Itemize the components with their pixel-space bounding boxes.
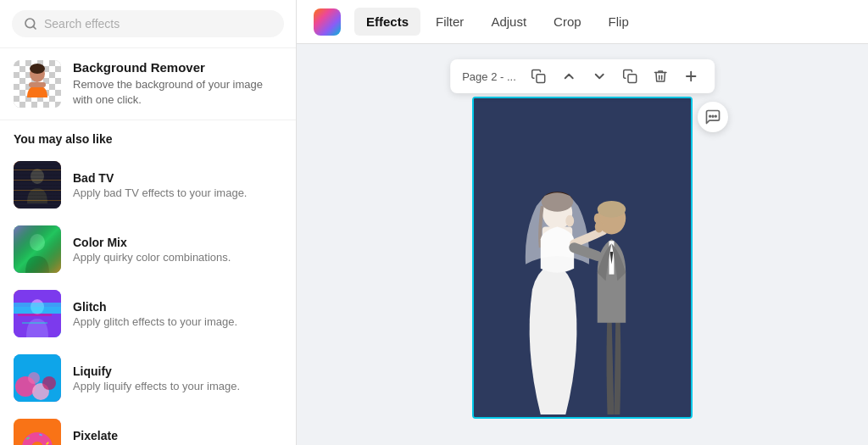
duplicate-icon bbox=[531, 69, 546, 84]
chevron-down-icon bbox=[592, 69, 607, 84]
duplicate-page-button[interactable] bbox=[526, 64, 550, 88]
effect-text-liquify: Liquify Apply liquify effects to your im… bbox=[73, 364, 240, 392]
bg-remover-title: Background Remover bbox=[73, 60, 282, 75]
move-down-button[interactable] bbox=[587, 64, 611, 88]
svg-point-48 bbox=[565, 214, 574, 226]
copy-icon bbox=[622, 69, 637, 84]
effect-item-bad-tv[interactable]: Bad TV Apply bad TV effects to your imag… bbox=[0, 153, 296, 217]
chevron-up-icon bbox=[561, 69, 576, 84]
effect-name-liquify: Liquify bbox=[73, 364, 240, 378]
effect-text-pixelate: Pixelate Give your image a pixelated loo… bbox=[73, 429, 236, 445]
bg-remover-item[interactable]: Background Remover Remove the background… bbox=[0, 48, 296, 120]
effect-name-pixelate: Pixelate bbox=[73, 429, 236, 442]
svg-point-20 bbox=[31, 299, 44, 314]
tab-crop[interactable]: Crop bbox=[542, 8, 593, 36]
copy-button[interactable] bbox=[618, 64, 642, 88]
wedding-background bbox=[474, 98, 691, 417]
effect-thumb-pixelate bbox=[14, 419, 61, 445]
delete-button[interactable] bbox=[648, 64, 672, 88]
effect-desc-glitch: Apply glitch effects to your image. bbox=[73, 315, 237, 328]
app-logo bbox=[314, 8, 341, 36]
effect-text-color-mix: Color Mix Apply quirky color combination… bbox=[73, 236, 231, 264]
page-label: Page 2 - ... bbox=[462, 70, 516, 83]
svg-rect-14 bbox=[14, 190, 61, 191]
effects-list: Bad TV Apply bad TV effects to your imag… bbox=[0, 153, 296, 445]
svg-rect-36 bbox=[537, 75, 545, 83]
svg-rect-23 bbox=[22, 322, 47, 324]
top-nav: Effects Filter Adjust Crop Flip bbox=[297, 0, 868, 44]
tab-flip[interactable]: Flip bbox=[597, 8, 641, 36]
svg-rect-22 bbox=[18, 314, 52, 316]
effect-thumb-liquify bbox=[14, 354, 61, 402]
svg-point-11 bbox=[31, 169, 44, 184]
bg-remover-thumb-svg bbox=[14, 60, 61, 108]
svg-rect-12 bbox=[14, 170, 61, 170]
svg-point-27 bbox=[42, 376, 56, 390]
effect-item-color-mix[interactable]: Color Mix Apply quirky color combination… bbox=[0, 217, 296, 281]
effect-desc-color-mix: Apply quirky color combinations. bbox=[73, 251, 231, 264]
bg-remover-text: Background Remover Remove the background… bbox=[73, 60, 282, 108]
bg-remover-thumbnail bbox=[14, 60, 61, 108]
search-icon bbox=[24, 17, 37, 31]
svg-rect-37 bbox=[628, 75, 637, 83]
effect-name-glitch: Glitch bbox=[73, 300, 237, 314]
svg-rect-13 bbox=[14, 180, 61, 181]
svg-point-52 bbox=[709, 115, 711, 117]
wedding-couple-svg bbox=[474, 98, 691, 417]
effect-text-bad-tv: Bad TV Apply bad TV effects to your imag… bbox=[73, 171, 247, 199]
effect-item-liquify[interactable]: Liquify Apply liquify effects to your im… bbox=[0, 346, 296, 410]
canvas-image-wrap bbox=[472, 97, 693, 419]
canvas-area: Page 2 - ... bbox=[297, 44, 868, 445]
comment-icon bbox=[704, 108, 721, 125]
effect-item-glitch[interactable]: Glitch Apply glitch effects to your imag… bbox=[0, 281, 296, 346]
svg-point-28 bbox=[28, 372, 40, 384]
move-up-button[interactable] bbox=[557, 64, 581, 88]
bg-remover-description: Remove the background of your image with… bbox=[73, 77, 282, 108]
search-input[interactable] bbox=[44, 17, 272, 31]
effect-text-glitch: Glitch Apply glitch effects to your imag… bbox=[73, 300, 237, 328]
search-input-wrap[interactable] bbox=[12, 10, 284, 37]
tab-effects[interactable]: Effects bbox=[354, 8, 420, 36]
left-panel: Background Remover Remove the background… bbox=[0, 0, 297, 445]
effect-desc-bad-tv: Apply bad TV effects to your image. bbox=[73, 186, 247, 199]
effect-name-bad-tv: Bad TV bbox=[73, 171, 247, 185]
page-toolbar: Page 2 - ... bbox=[450, 59, 715, 93]
effect-thumb-bad-tv bbox=[14, 161, 61, 209]
tab-adjust[interactable]: Adjust bbox=[479, 8, 538, 36]
svg-point-47 bbox=[598, 201, 626, 218]
svg-point-49 bbox=[595, 220, 604, 232]
effect-desc-liquify: Apply liquify effects to your image. bbox=[73, 380, 240, 392]
svg-rect-15 bbox=[14, 200, 61, 201]
comment-button[interactable] bbox=[698, 102, 728, 132]
svg-rect-18 bbox=[14, 225, 61, 273]
effect-name-color-mix: Color Mix bbox=[73, 236, 231, 249]
svg-line-1 bbox=[33, 26, 36, 29]
plus-icon bbox=[683, 69, 698, 84]
svg-rect-21 bbox=[14, 303, 61, 307]
tab-filter[interactable]: Filter bbox=[424, 8, 476, 36]
search-bar bbox=[0, 0, 296, 48]
svg-rect-10 bbox=[14, 161, 61, 209]
add-page-button[interactable] bbox=[679, 64, 703, 88]
svg-point-8 bbox=[30, 64, 45, 74]
section-title: You may also like bbox=[0, 120, 296, 153]
canvas-image[interactable] bbox=[472, 97, 693, 419]
trash-icon bbox=[653, 69, 668, 84]
effect-thumb-color-mix bbox=[14, 225, 61, 273]
svg-point-53 bbox=[715, 115, 717, 117]
svg-rect-9 bbox=[29, 82, 46, 87]
effect-item-pixelate[interactable]: Pixelate Give your image a pixelated loo… bbox=[0, 410, 296, 445]
svg-point-51 bbox=[712, 115, 714, 117]
effect-thumb-glitch bbox=[14, 290, 61, 337]
right-panel: Effects Filter Adjust Crop Flip Page 2 -… bbox=[297, 0, 868, 445]
